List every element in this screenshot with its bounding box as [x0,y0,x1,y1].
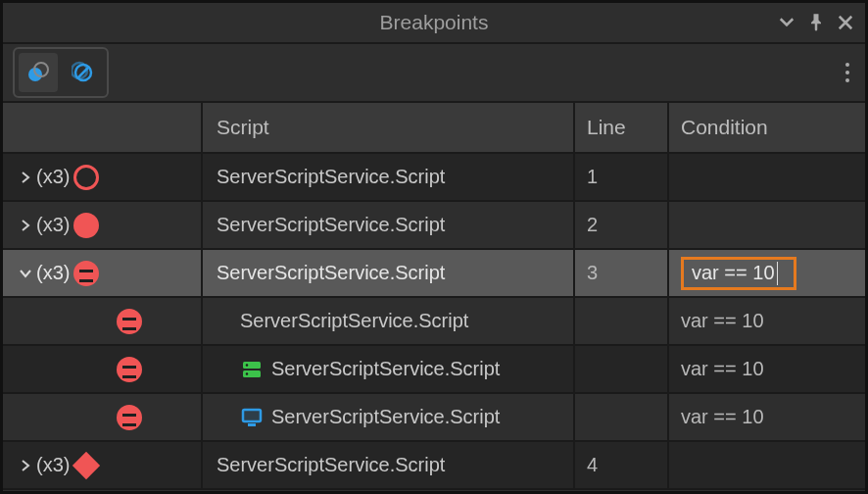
column-header-condition[interactable]: Condition [669,103,865,152]
svg-rect-10 [243,410,261,421]
instance-count: (x3) [36,214,70,236]
table-row[interactable]: ServerScriptService.Script var == 10 [3,346,865,394]
table-row[interactable]: (x3) ServerScriptService.Script 4 [3,442,865,490]
instance-count: (x3) [36,166,70,188]
script-path[interactable]: ServerScriptService.Script [217,454,445,476]
line-number: 4 [587,454,598,476]
table-row[interactable]: (x3) ServerScriptService.Script 1 [3,154,865,202]
svg-point-8 [246,372,248,374]
condition-input[interactable]: var == 10 [681,257,796,290]
chevron-right-icon[interactable] [17,219,34,232]
line-number: 2 [587,214,598,236]
script-path[interactable]: ServerScriptService.Script [217,166,445,188]
breakpoint-icon[interactable] [117,357,142,382]
condition-value[interactable]: var == 10 [681,310,764,332]
breakpoint-icon[interactable] [73,261,99,286]
filter-button-group [13,47,109,98]
close-icon[interactable] [836,13,855,32]
script-path[interactable]: ServerScriptService.Script [271,406,500,428]
breakpoint-icon[interactable] [73,453,99,478]
svg-rect-11 [248,423,256,426]
svg-point-7 [246,364,248,366]
svg-rect-5 [243,362,261,369]
column-header-line[interactable]: Line [575,103,669,152]
table-row[interactable]: (x3) ServerScriptService.Script 3 var ==… [3,250,865,298]
chevron-down-icon[interactable] [17,267,34,280]
panel-titlebar: Breakpoints [3,3,865,44]
panel-title: Breakpoints [3,11,865,34]
table-row[interactable]: (x3) ServerScriptService.Script 2 [3,202,865,250]
table-row[interactable]: ServerScriptService.Script var == 10 [3,394,865,442]
server-icon [240,358,264,381]
script-path[interactable]: ServerScriptService.Script [240,310,468,332]
script-path[interactable]: ServerScriptService.Script [217,262,445,284]
condition-value[interactable]: var == 10 [681,406,764,428]
column-header-script[interactable]: Script [203,103,575,152]
script-path[interactable]: ServerScriptService.Script [271,358,500,380]
more-options-icon[interactable] [845,63,855,82]
single-breakpoint-filter-button[interactable] [19,53,58,92]
instance-count: (x3) [36,454,70,476]
svg-rect-6 [243,370,261,377]
breakpoint-icon[interactable] [73,213,99,238]
column-header-tree[interactable] [3,103,203,152]
line-number: 1 [587,166,598,188]
breakpoint-icon[interactable] [73,165,99,190]
all-breakpoints-filter-button[interactable] [64,53,103,92]
breakpoint-icon[interactable] [117,405,142,430]
chevron-right-icon[interactable] [17,459,34,472]
breakpoint-icon[interactable] [117,309,142,334]
table-row[interactable]: ServerScriptService.Script var == 10 [3,298,865,346]
table-header: Script Line Condition [3,103,865,154]
breakpoints-table: Script Line Condition (x3) ServerScriptS… [3,103,865,490]
script-path[interactable]: ServerScriptService.Script [217,214,445,236]
line-number: 3 [587,262,598,284]
client-icon [240,406,264,429]
window-options-icon[interactable] [777,13,796,32]
instance-count: (x3) [36,262,70,284]
chevron-right-icon[interactable] [17,171,34,184]
panel-toolbar [3,44,865,103]
condition-value[interactable]: var == 10 [681,358,764,380]
pin-icon[interactable] [806,13,826,32]
